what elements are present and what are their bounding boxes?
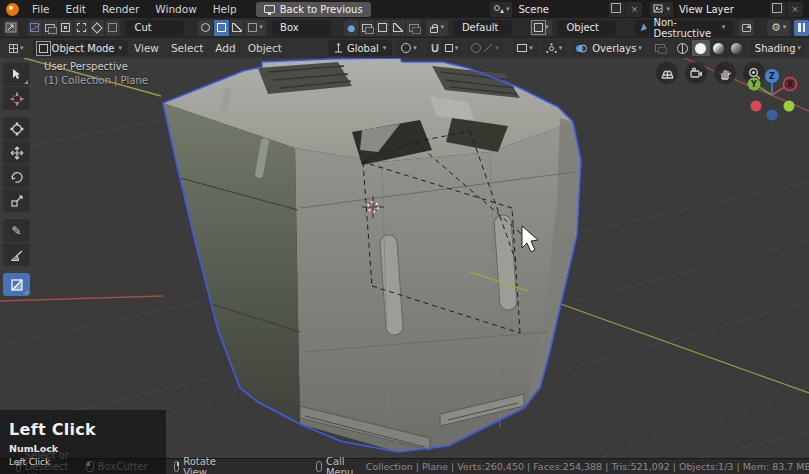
menu-view[interactable]: View [128, 42, 165, 54]
tool-annotate[interactable]: ✎ [3, 219, 30, 242]
menu-add[interactable]: Add [209, 42, 241, 54]
x-axis-line-left [0, 296, 163, 301]
gizmo-y-neg-axis[interactable] [784, 101, 795, 112]
view-layer-icon[interactable]: ▾ [650, 2, 673, 17]
bevel-icon [393, 23, 403, 32]
menu-select[interactable]: Select [165, 42, 209, 54]
viewport-info-text: User Perspective (1) Collection | Plane [44, 61, 148, 86]
shading-dropdown[interactable]: Shading ▾ [751, 40, 805, 56]
mirror-button[interactable] [406, 20, 421, 36]
orientation-dropdown[interactable]: Global ▾ [328, 40, 392, 56]
proportional-edit-icon[interactable] [471, 43, 481, 53]
scene-icon[interactable]: ▾ [490, 2, 513, 17]
back-to-previous-label: Back to Previous [280, 4, 363, 15]
magnet-icon[interactable] [430, 43, 440, 54]
mode-inset-button[interactable] [59, 20, 75, 36]
scene-unlink-button[interactable]: × [625, 2, 642, 17]
target-dropdown[interactable]: Object [558, 20, 616, 36]
mode-slice-button[interactable] [43, 20, 59, 36]
shading-rendered-button[interactable] [728, 40, 746, 56]
crate-mesh-object[interactable] [163, 58, 581, 452]
gizmos-dropdown[interactable]: ▾ [542, 40, 567, 56]
shape-custom-button[interactable]: ▾ [245, 20, 266, 36]
recall-button[interactable] [739, 20, 755, 36]
gizmo-z-label: Z [769, 72, 775, 81]
menu-file[interactable]: File [25, 0, 57, 18]
bevel-button[interactable] [391, 20, 407, 36]
pause-button[interactable] [794, 20, 809, 36]
blender-icon[interactable] [6, 3, 19, 16]
mode-knife-button[interactable] [90, 20, 106, 36]
view-layer-browse-caret-icon: ▾ [666, 6, 670, 13]
tool-transform[interactable] [3, 117, 30, 140]
shape-ngon-button[interactable] [230, 20, 246, 36]
select-cursor-icon [10, 68, 24, 82]
editor-type-dropdown[interactable]: ▾ [5, 40, 28, 56]
shape-dropdown[interactable]: Box [272, 20, 330, 36]
mode-dropdown[interactable]: Object Mode ▾ [33, 40, 129, 56]
solid-dot-button[interactable]: ● [344, 20, 360, 36]
annotate-icon: ✎ [11, 224, 21, 238]
shading-material-button[interactable] [710, 40, 728, 56]
object-target-icon [534, 23, 543, 32]
snap-target-icon[interactable] [445, 44, 453, 52]
tool-measure[interactable] [3, 243, 30, 266]
view-layer-unlink-button[interactable]: × [786, 2, 803, 17]
pan-view-button[interactable] [714, 62, 736, 84]
shape-circle-button[interactable] [198, 20, 214, 36]
mode-extract-button[interactable] [105, 20, 120, 36]
target-icon-dropdown[interactable]: ▾ [530, 20, 553, 36]
tool-scale[interactable] [3, 189, 30, 212]
shape-box-button[interactable] [214, 20, 230, 36]
xray-toggle[interactable] [651, 40, 669, 56]
mirror-icon [409, 24, 419, 32]
overlays-label[interactable]: Overlays [592, 43, 636, 54]
tool-rotate[interactable] [3, 165, 30, 188]
solidify-button[interactable] [375, 20, 391, 36]
gizmo-x-axis[interactable] [751, 101, 762, 112]
pivot-point-dropdown[interactable]: ▾ [397, 40, 421, 56]
tool-select-tweak[interactable] [3, 63, 30, 86]
view-layer-duplicate-button[interactable] [769, 2, 786, 17]
overlays-icon[interactable] [575, 43, 587, 54]
operation-dropdown[interactable]: Cut [126, 20, 184, 36]
menu-render[interactable]: Render [95, 0, 146, 18]
tool-move[interactable] [3, 141, 30, 164]
scene-name-field[interactable]: Scene [512, 2, 608, 17]
editor-type-button[interactable] [4, 20, 20, 36]
behavior-dropdown[interactable]: Non-Destructive ▾ [634, 20, 733, 36]
tool-gear-dropdown[interactable]: ⚙ ▾ [767, 20, 790, 36]
scene-duplicate-button[interactable] [608, 2, 625, 17]
scene-canvas[interactable] [0, 58, 809, 458]
menu-object[interactable]: Object [242, 42, 288, 54]
gizmo-z-neg-axis[interactable] [767, 110, 778, 121]
array-button[interactable] [360, 20, 376, 36]
camera-view-button[interactable] [685, 62, 707, 84]
gizmo-y-label: Y [750, 80, 757, 89]
tool-cursor[interactable] [3, 87, 30, 110]
target-caret-icon: ▾ [545, 24, 549, 31]
menu-window[interactable]: Window [148, 0, 203, 18]
shading-solid-button[interactable] [692, 40, 710, 56]
pivot-dropdown[interactable]: Default [454, 20, 512, 36]
custom-shape-icon [248, 23, 257, 32]
mode-join-button[interactable] [74, 20, 90, 36]
tool-boxcutter[interactable] [3, 273, 30, 296]
mode-cut-button[interactable] [28, 20, 44, 36]
falloff-icon[interactable] [483, 43, 493, 53]
menu-edit[interactable]: Edit [59, 0, 93, 18]
object-mode-icon [39, 44, 48, 53]
screencast-secondary-key: NumLock [9, 443, 157, 454]
solid-mode-group: ● [344, 20, 421, 36]
view-layer-name-field[interactable]: View Layer [673, 2, 769, 17]
orthographic-toggle-button[interactable] [656, 62, 678, 84]
menu-help[interactable]: Help [206, 0, 244, 18]
navigation-gizmo[interactable]: Z Y X [743, 66, 801, 124]
view-object-types-dropdown[interactable]: ▾ [513, 40, 537, 56]
material-preview-icon [713, 43, 724, 54]
lock-dropdown[interactable]: ▾ [426, 20, 448, 36]
behavior-label: Non-Destructive [653, 17, 715, 39]
back-to-previous-button[interactable]: Back to Previous [256, 2, 371, 17]
viewport-3d[interactable]: ▾ Object Mode ▾ View Select Add Object G… [0, 38, 809, 458]
shading-wireframe-button[interactable] [674, 40, 692, 56]
